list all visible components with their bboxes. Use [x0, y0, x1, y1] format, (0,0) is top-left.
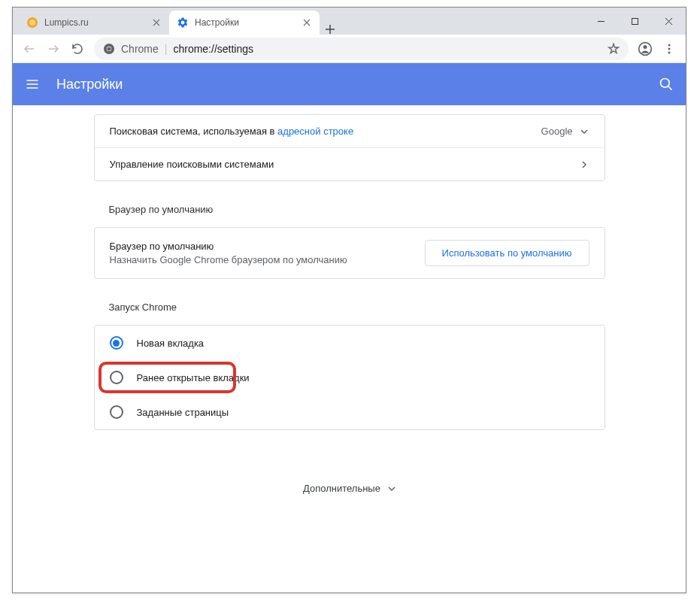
default-browser-info: Браузер по умолчанию Назначить Google Ch…: [110, 241, 425, 265]
radio-icon: [110, 405, 123, 419]
default-browser-subtitle: Назначить Google Chrome браузером по умо…: [110, 254, 425, 265]
radio-icon: [110, 336, 123, 350]
startup-option-specific[interactable]: Заданные страницы: [95, 395, 605, 429]
menu-button[interactable]: [657, 37, 681, 61]
chrome-icon: [103, 43, 115, 55]
tab-title: Lumpics.ru: [44, 17, 145, 28]
manage-engines-row[interactable]: Управление поисковыми системами: [95, 147, 605, 180]
browser-window: Lumpics.ru Настройки: [12, 7, 686, 593]
tab-title: Настройки: [195, 17, 295, 28]
url-path: chrome://settings: [173, 43, 253, 55]
tab-settings[interactable]: Настройки: [169, 11, 320, 35]
radio-label: Новая вкладка: [137, 338, 205, 349]
svg-rect-2: [632, 18, 638, 24]
search-engine-row[interactable]: Поисковая система, используемая в адресн…: [95, 115, 605, 147]
default-section-title: Браузер по умолчанию: [94, 204, 605, 215]
radio-label: Заданные страницы: [137, 407, 229, 418]
close-icon[interactable]: [151, 17, 162, 28]
advanced-toggle[interactable]: Дополнительные: [94, 453, 605, 554]
chevron-right-icon: [579, 161, 589, 168]
select-value: Google: [541, 126, 573, 137]
minimize-button[interactable]: [584, 8, 618, 35]
address-bar: Chrome | chrome://settings: [13, 35, 686, 63]
back-button[interactable]: [17, 37, 41, 61]
address-bar-link[interactable]: адресной строке: [277, 126, 353, 137]
maximize-button[interactable]: [618, 8, 652, 35]
page-title: Настройки: [56, 77, 642, 92]
close-icon[interactable]: [302, 17, 312, 28]
forward-button[interactable]: [41, 37, 65, 61]
favicon-icon: [26, 17, 38, 29]
svg-point-7: [644, 45, 647, 49]
svg-point-1: [29, 20, 35, 26]
svg-point-8: [668, 44, 671, 46]
app-bar: Настройки: [13, 63, 686, 105]
window-controls: [584, 8, 686, 35]
svg-point-5: [107, 47, 111, 50]
search-engine-select[interactable]: Google: [541, 126, 589, 137]
url-scheme: Chrome: [121, 43, 159, 55]
chevron-down-icon: [388, 486, 395, 491]
title-bar: Lumpics.ru Настройки: [13, 8, 686, 35]
manage-engines-label: Управление поисковыми системами: [110, 159, 579, 170]
startup-card: Новая вкладка Ранее открытые вкладки Зад…: [94, 325, 605, 430]
new-tab-button[interactable]: [320, 24, 341, 35]
omnibox[interactable]: Chrome | chrome://settings: [94, 38, 629, 60]
gear-icon: [177, 17, 189, 29]
search-engine-card: Поисковая система, используемая в адресн…: [94, 114, 605, 181]
startup-section-title: Запуск Chrome: [94, 302, 605, 313]
default-browser-title: Браузер по умолчанию: [110, 241, 425, 252]
close-window-button[interactable]: [652, 8, 686, 35]
default-browser-card: Браузер по умолчанию Назначить Google Ch…: [94, 227, 605, 279]
reload-button[interactable]: [65, 37, 89, 61]
tab-lumpics[interactable]: Lumpics.ru: [19, 11, 169, 35]
svg-point-9: [668, 47, 671, 50]
startup-option-continue[interactable]: Ранее открытые вкладки: [95, 360, 605, 395]
radio-icon: [110, 371, 123, 384]
startup-option-new-tab[interactable]: Новая вкладка: [95, 326, 605, 360]
svg-point-10: [668, 51, 671, 53]
advanced-label: Дополнительные: [303, 483, 380, 494]
star-icon[interactable]: [608, 43, 620, 55]
radio-label: Ранее открытые вкладки: [137, 372, 250, 383]
account-button[interactable]: [633, 37, 657, 61]
dropdown-icon: [579, 129, 589, 134]
search-icon[interactable]: [657, 75, 675, 93]
url-separator: |: [165, 43, 168, 55]
content-area: Поисковая система, используемая в адресн…: [13, 105, 686, 592]
tab-strip: Lumpics.ru Настройки: [13, 8, 584, 35]
set-default-button[interactable]: Использовать по умолчанию: [425, 240, 589, 266]
search-engine-label: Поисковая система, используемая в адресн…: [110, 126, 541, 137]
svg-point-11: [661, 79, 670, 88]
hamburger-icon[interactable]: [23, 75, 41, 93]
